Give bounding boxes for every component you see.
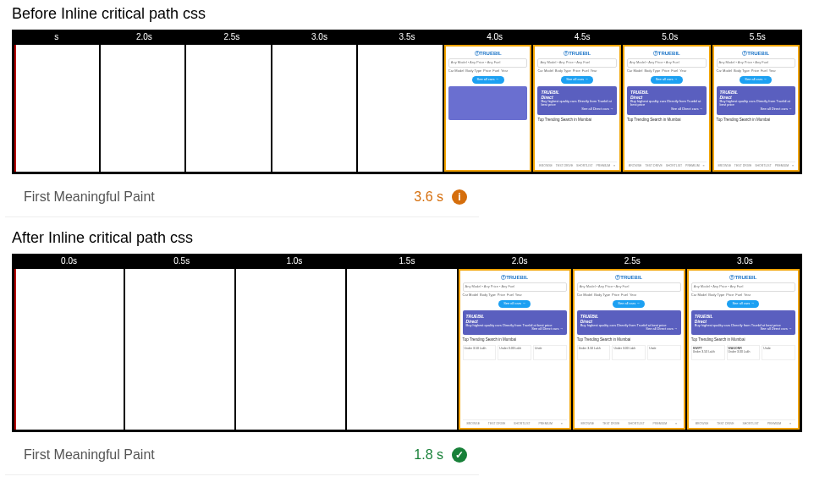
frame-rendered: ⓉTRUEBIL Any Model • Any Price • Any Fue… <box>573 269 685 430</box>
tick-label: 5.0s <box>626 30 714 43</box>
frame-rendered: ⓉTRUEBIL Any Model • Any Price • Any Fue… <box>687 269 800 430</box>
frame-rendered: ⓉTRUEBIL Any Model • Any Price • Any Fue… <box>623 45 711 172</box>
before-section: Before Inline critical path css s 2.0s 2… <box>0 0 814 224</box>
tick-label: 2.5s <box>576 255 689 267</box>
after-section: After Inline critical path css 0.0s 0.5s… <box>0 224 814 482</box>
tick-label: 0.0s <box>13 255 125 267</box>
after-frames: ⓉTRUEBIL Any Model • Any Price • Any Fue… <box>13 267 801 431</box>
metric-value: 3.6 s <box>414 189 443 205</box>
frame-blank <box>14 45 99 172</box>
tick-label: 4.5s <box>538 30 626 43</box>
filter-chips: Car ModelBody TypePriceFuelYear <box>448 69 528 74</box>
frame-blank <box>125 269 234 430</box>
marker-line <box>14 45 16 172</box>
promo-banner: TRUEBILDirectBuy highest quality cars Di… <box>537 86 617 115</box>
frame-blank <box>186 45 271 172</box>
tick-label: 3.0s <box>276 30 364 43</box>
search-bar: Any Model • Any Price • Any Fuel <box>448 58 528 68</box>
app-logo: ⓉTRUEBIL <box>448 49 528 58</box>
tick-label: 2.0s <box>101 30 189 43</box>
trending-label: Top Trending Search in Mumbai <box>537 118 617 122</box>
tick-label: 1.0s <box>238 255 350 267</box>
info-icon: i <box>452 189 467 205</box>
before-frames: ⓉTRUEBIL Any Model • Any Price • Any Fue… <box>13 43 801 173</box>
tick-label: 3.5s <box>363 30 451 43</box>
tick-label: 4.0s <box>451 30 539 43</box>
frame-blank <box>14 269 124 430</box>
tick-label: 1.5s <box>350 255 463 267</box>
tick-label: 5.5s <box>714 30 802 43</box>
after-heading: After Inline critical path css <box>0 224 814 254</box>
frame-blank <box>347 269 456 430</box>
tick-label: 2.5s <box>188 30 276 43</box>
tick-label: s <box>13 30 101 43</box>
check-icon: ✓ <box>452 447 467 463</box>
marker-line <box>14 269 16 430</box>
after-filmstrip: 0.0s 0.5s 1.0s 1.5s 2.0s 2.5s 3.0s ⓉTRUE… <box>0 254 814 432</box>
frame-rendered-partial: ⓉTRUEBIL Any Model • Any Price • Any Fue… <box>444 45 532 172</box>
banner-placeholder <box>448 86 528 120</box>
frame-blank <box>358 45 443 172</box>
tick-label: 0.5s <box>125 255 238 267</box>
fmp-metric-after: First Meaningful Paint 1.8 s ✓ <box>5 432 479 475</box>
bottom-nav: BROWSETEST DRIVESHORTLISTPREMIUM≡ <box>537 162 617 167</box>
metric-label: First Meaningful Paint <box>24 447 414 463</box>
frame-blank <box>236 269 345 430</box>
before-heading: Before Inline critical path css <box>0 0 814 30</box>
after-timeline: 0.0s 0.5s 1.0s 1.5s 2.0s 2.5s 3.0s <box>13 255 801 267</box>
frame-blank <box>101 45 185 172</box>
before-timeline: s 2.0s 2.5s 3.0s 3.5s 4.0s 4.5s 5.0s 5.5… <box>13 30 801 43</box>
frame-rendered: ⓉTRUEBIL Any Model • Any Price • Any Fue… <box>459 269 571 430</box>
tick-label: 3.0s <box>689 255 801 267</box>
frame-rendered: ⓉTRUEBIL Any Model • Any Price • Any Fue… <box>712 45 800 172</box>
search-bar: Any Model • Any Price • Any Fuel <box>537 58 617 68</box>
cta-button: See all cars → <box>561 76 593 84</box>
frame-rendered: ⓉTRUEBIL Any Model • Any Price • Any Fue… <box>533 45 621 172</box>
before-filmstrip: s 2.0s 2.5s 3.0s 3.5s 4.0s 4.5s 5.0s 5.5… <box>0 30 814 174</box>
tick-label: 2.0s <box>464 255 576 267</box>
fmp-metric-before: First Meaningful Paint 3.6 s i <box>5 174 479 217</box>
frame-blank <box>272 45 357 172</box>
cta-button: See all cars → <box>472 76 504 84</box>
app-logo: ⓉTRUEBIL <box>537 49 617 58</box>
metric-label: First Meaningful Paint <box>24 189 414 205</box>
metric-value: 1.8 s <box>414 447 443 463</box>
